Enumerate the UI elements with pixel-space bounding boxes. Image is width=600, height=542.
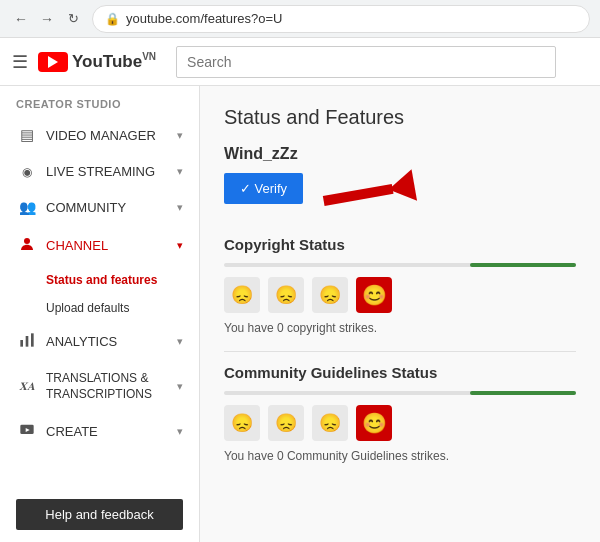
live-streaming-icon: ◉ (16, 165, 38, 179)
community-strike-text: You have 0 Community Guidelines strikes. (224, 449, 576, 463)
verify-button[interactable]: ✓ Verify (224, 173, 303, 204)
create-icon (16, 422, 38, 441)
copyright-status-fill (470, 263, 576, 267)
main-layout: CREATOR STUDIO ▤ VIDEO MANAGER ▾ ◉ LIVE … (0, 86, 600, 542)
copyright-strike-icon-active: 😊 (356, 277, 392, 313)
sidebar-item-create[interactable]: CREATE ▾ (0, 412, 199, 451)
sidebar-sub-status-features[interactable]: Status and features (0, 266, 199, 294)
chevron-down-icon: ▾ (177, 425, 183, 438)
copyright-section-title: Copyright Status (224, 236, 576, 253)
divider (224, 351, 576, 352)
sidebar-item-live-streaming[interactable]: ◉ LIVE STREAMING ▾ (0, 154, 199, 189)
community-strike-icon-1: 😞 (224, 405, 260, 441)
red-arrow (321, 169, 417, 216)
svg-rect-2 (26, 336, 29, 347)
svg-rect-3 (31, 333, 34, 346)
youtube-logo-text: YouTubeVN (72, 51, 156, 72)
lock-icon: 🔒 (105, 12, 120, 26)
community-section-title: Community Guidelines Status (224, 364, 576, 381)
arrow-head (386, 169, 417, 205)
copyright-section: Copyright Status 😞 😞 😞 😊 You have 0 copy… (224, 236, 576, 335)
sidebar-item-translations[interactable]: 𝐗𝐀 TRANSLATIONS & TRANSCRIPTIONS ▾ (0, 361, 199, 412)
sidebar-community-label: COMMUNITY (46, 200, 177, 215)
community-strike-icon-active: 😊 (356, 405, 392, 441)
sidebar-channel-label: CHANNEL (46, 238, 177, 253)
svg-point-0 (24, 238, 30, 244)
youtube-logo[interactable]: YouTubeVN (38, 51, 156, 72)
reload-button[interactable]: ↻ (62, 8, 84, 30)
hamburger-menu-icon[interactable]: ☰ (12, 51, 28, 73)
forward-button[interactable]: → (36, 8, 58, 30)
verify-area: ✓ Verify (224, 173, 576, 212)
copyright-strike-icon-3: 😞 (312, 277, 348, 313)
page-title: Status and Features (224, 106, 576, 129)
community-strike-icon-2: 😞 (268, 405, 304, 441)
community-status-bar (224, 391, 576, 395)
community-strike-icons: 😞 😞 😞 😊 (224, 405, 576, 441)
sidebar-item-analytics[interactable]: ANALYTICS ▾ (0, 322, 199, 361)
sidebar-item-channel[interactable]: CHANNEL ▾ (0, 225, 199, 266)
community-section: Community Guidelines Status 😞 😞 😞 😊 You … (224, 364, 576, 463)
channel-icon (16, 235, 38, 256)
search-input[interactable] (176, 46, 556, 78)
creator-studio-label: CREATOR STUDIO (0, 86, 199, 116)
sidebar-item-video-manager[interactable]: ▤ VIDEO MANAGER ▾ (0, 116, 199, 154)
arrow-shaft (323, 183, 394, 205)
copyright-strike-icons: 😞 😞 😞 😊 (224, 277, 576, 313)
sidebar-create-label: CREATE (46, 424, 177, 439)
community-icon: 👥 (16, 199, 38, 215)
browser-nav-buttons: ← → ↻ (10, 8, 84, 30)
analytics-icon (16, 332, 38, 351)
sidebar-analytics-label: ANALYTICS (46, 334, 177, 349)
chevron-down-icon: ▾ (177, 380, 183, 393)
help-feedback-button[interactable]: Help and feedback (16, 499, 183, 530)
community-strike-icon-3: 😞 (312, 405, 348, 441)
sidebar-video-manager-label: VIDEO MANAGER (46, 128, 177, 143)
copyright-status-bar (224, 263, 576, 267)
sidebar: CREATOR STUDIO ▤ VIDEO MANAGER ▾ ◉ LIVE … (0, 86, 200, 542)
sidebar-item-community[interactable]: 👥 COMMUNITY ▾ (0, 189, 199, 225)
sidebar-sub-upload-defaults[interactable]: Upload defaults (0, 294, 199, 322)
youtube-header: ☰ YouTubeVN (0, 38, 600, 86)
copyright-strike-text: You have 0 copyright strikes. (224, 321, 576, 335)
youtube-play-icon (48, 56, 58, 68)
content-area: Status and Features Wind_zZz ✓ Verify Co… (200, 86, 600, 542)
translations-icon: 𝐗𝐀 (16, 380, 38, 393)
sidebar-translations-label: TRANSLATIONS & TRANSCRIPTIONS (46, 371, 177, 402)
chevron-down-icon: ▾ (177, 165, 183, 178)
chevron-down-icon: ▾ (177, 201, 183, 214)
sidebar-bottom: Help and feedback (0, 487, 199, 542)
youtube-logo-icon (38, 52, 68, 72)
copyright-strike-icon-2: 😞 (268, 277, 304, 313)
chevron-down-icon: ▾ (177, 129, 183, 142)
copyright-strike-icon-1: 😞 (224, 277, 260, 313)
back-button[interactable]: ← (10, 8, 32, 30)
browser-bar: ← → ↻ 🔒 youtube.com/features?o=U (0, 0, 600, 38)
chevron-down-icon: ▾ (177, 335, 183, 348)
channel-name: Wind_zZz (224, 145, 576, 163)
svg-rect-1 (20, 340, 23, 347)
sidebar-live-streaming-label: LIVE STREAMING (46, 164, 177, 179)
video-manager-icon: ▤ (16, 126, 38, 144)
url-text: youtube.com/features?o=U (126, 11, 282, 26)
address-bar[interactable]: 🔒 youtube.com/features?o=U (92, 5, 590, 33)
community-status-fill (470, 391, 576, 395)
chevron-down-icon: ▾ (177, 239, 183, 252)
